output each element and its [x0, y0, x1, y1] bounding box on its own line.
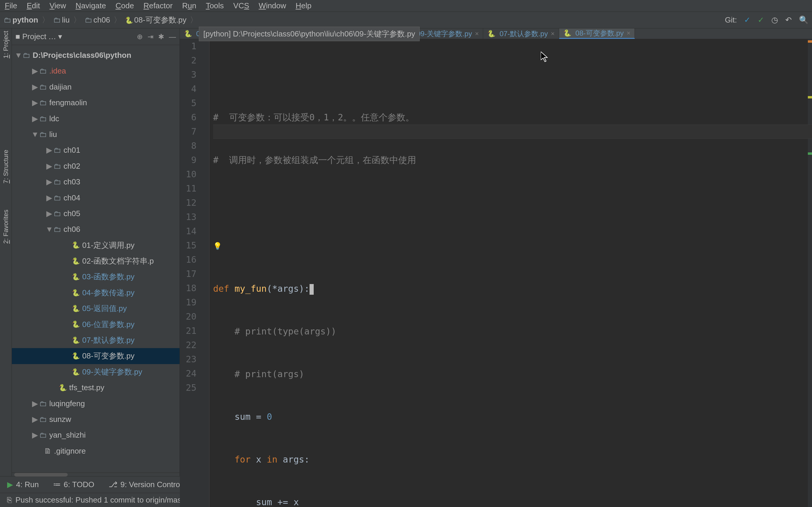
menu-navigate[interactable]: Navigate: [76, 1, 106, 10]
tool-todo[interactable]: ≔6: TODO: [53, 480, 94, 489]
navigation-toolbar: 🗀python 〉 🗀liu 〉 🗀ch06 〉 🐍08-可变参数.py 〉 G…: [0, 12, 812, 29]
rail-structure[interactable]: 7: Structure: [2, 150, 10, 183]
vcs-icon: ⎇: [109, 480, 117, 489]
tree-idea[interactable]: ▶🗀.idea: [12, 63, 180, 79]
gutter: 1234567891011121314151617181920212223242…: [180, 39, 204, 507]
breadcrumb[interactable]: 🗀python 〉 🗀liu 〉 🗀ch06 〉 🐍08-可变参数.py 〉: [4, 15, 198, 25]
menu-help[interactable]: Help: [296, 1, 311, 10]
tree-file[interactable]: 🐍09-关键字参数.py: [12, 364, 180, 380]
settings-icon[interactable]: ✱: [158, 33, 164, 41]
folder-icon: 🗀: [85, 15, 92, 24]
rail-favorites[interactable]: 2: Favorites: [2, 210, 10, 244]
hide-icon[interactable]: —: [169, 33, 176, 41]
vcs-revert-icon[interactable]: ↶: [785, 15, 792, 24]
git-label: Git:: [725, 15, 737, 24]
tree-subdir[interactable]: ▶🗀ch04: [12, 190, 180, 206]
tree-dir[interactable]: ▶🗀sunzw: [12, 411, 180, 427]
tree-file[interactable]: 🐍02-函数文档字符串.p: [12, 253, 180, 269]
project-tree[interactable]: ▼🗀D:\Projects\class06\python ▶🗀.idea ▶🗀d…: [12, 45, 180, 472]
intention-bulb-icon[interactable]: 💡: [213, 242, 222, 250]
vcs-commit-icon[interactable]: ✓: [758, 15, 764, 24]
breadcrumb-dir1[interactable]: liu: [62, 15, 70, 24]
todo-icon: ≔: [53, 480, 61, 489]
locate-icon[interactable]: ⊕: [137, 33, 143, 41]
editor-area: 🐍04-参数传递.py× 🐍05-返回值.py× 🐍06-位置参数.py× 🐍0…: [180, 29, 812, 476]
code-content[interactable]: # 可变参数：可以接受0，1，2。。任意个参数。 # 调用时，参数被组装成一个元…: [209, 39, 812, 507]
tab-07[interactable]: 🐍07-默认参数.py×: [483, 29, 559, 39]
fold-gutter[interactable]: [204, 39, 209, 507]
menu-window[interactable]: Window: [259, 1, 286, 10]
tree-ch06[interactable]: ▼🗀ch06: [12, 222, 180, 237]
collapse-icon[interactable]: ⇥: [148, 33, 153, 41]
menu-run[interactable]: Run: [182, 1, 197, 10]
tree-file[interactable]: 🐍tfs_test.py: [12, 380, 180, 396]
tree-root[interactable]: ▼🗀D:\Projects\class06\python: [12, 47, 180, 63]
tree-file-selected[interactable]: 🐍08-可变参数.py: [12, 348, 180, 364]
text-cursor: [310, 284, 314, 295]
project-panel-header: ■ Project … ▾ ⊕ ⇥ ✱ —: [12, 29, 180, 45]
tree-dir[interactable]: ▶🗀ldc: [12, 111, 180, 127]
folder-icon: 🗀: [53, 15, 61, 24]
tool-run[interactable]: ▶4: Run: [7, 480, 39, 489]
tree-dir[interactable]: ▶🗀fengmaolin: [12, 95, 180, 111]
tree-subdir[interactable]: ▶🗀ch03: [12, 174, 180, 190]
error-stripe[interactable]: [808, 39, 812, 507]
menu-refactor[interactable]: Refactor: [143, 1, 172, 10]
menu-view[interactable]: View: [50, 1, 66, 10]
folder-icon: 🗀: [4, 15, 11, 24]
tree-dir[interactable]: ▶🗀luqingfeng: [12, 396, 180, 411]
tree-subdir[interactable]: ▶🗀ch02: [12, 158, 180, 174]
info-icon: ⎘: [7, 496, 12, 505]
tree-subdir[interactable]: ▶🗀ch05: [12, 206, 180, 222]
tree-dir[interactable]: ▶🗀yan_shizhi: [12, 427, 180, 443]
rail-project[interactable]: 1: Project: [2, 31, 10, 58]
tree-file[interactable]: 🐍05-返回值.py: [12, 301, 180, 316]
tree-file[interactable]: 🐍04-参数传递.py: [12, 285, 180, 301]
tool-vcs[interactable]: ⎇9: Version Control: [109, 480, 182, 489]
menu-file[interactable]: File: [5, 1, 17, 10]
breadcrumb-file[interactable]: 08-可变参数.py: [134, 15, 186, 24]
tree-subdir[interactable]: ▶🗀ch01: [12, 142, 180, 158]
tree-file[interactable]: 🐍07-默认参数.py: [12, 332, 180, 348]
project-panel: ■ Project … ▾ ⊕ ⇥ ✱ — ▼🗀D:\Projects\clas…: [12, 29, 180, 476]
tree-file[interactable]: 🗎.gitignore: [12, 443, 180, 459]
menu-edit[interactable]: Edit: [27, 1, 40, 10]
tree-file[interactable]: 🐍03-函数参数.py: [12, 269, 180, 285]
menu-code[interactable]: Code: [115, 1, 134, 10]
python-icon: 🐍: [125, 17, 133, 24]
close-icon[interactable]: ×: [627, 30, 631, 37]
main-menu-bar: File Edit View Navigate Code Refactor Ru…: [0, 0, 812, 12]
tree-file[interactable]: 🐍01-定义调用.py: [12, 237, 180, 253]
breadcrumb-dir2[interactable]: ch06: [94, 15, 110, 24]
tab-tooltip: [python] D:\Projects\class06\python\liu\…: [199, 27, 420, 41]
menu-vcs[interactable]: VCS: [233, 1, 249, 10]
search-icon[interactable]: 🔍: [799, 15, 808, 24]
run-icon: ▶: [7, 480, 13, 489]
tree-liu[interactable]: ▼🗀liu: [12, 127, 180, 142]
close-icon[interactable]: ×: [475, 30, 479, 38]
breadcrumb-project[interactable]: python: [12, 15, 38, 24]
panel-scrollbar[interactable]: [12, 472, 180, 476]
menu-tools[interactable]: Tools: [206, 1, 224, 10]
vcs-update-icon[interactable]: ✓: [744, 15, 751, 24]
left-tool-rail: 1: Project 7: Structure 2: Favorites: [0, 29, 12, 476]
code-editor[interactable]: 1234567891011121314151617181920212223242…: [180, 39, 812, 507]
tree-file[interactable]: 🐍06-位置参数.py: [12, 317, 180, 332]
tree-dir[interactable]: ▶🗀daijian: [12, 79, 180, 95]
panel-title[interactable]: Project …: [22, 32, 56, 41]
vcs-history-icon[interactable]: ◷: [771, 15, 778, 24]
close-icon[interactable]: ×: [551, 30, 555, 38]
tab-08-active[interactable]: 🐍08-可变参数.py×: [559, 29, 635, 39]
